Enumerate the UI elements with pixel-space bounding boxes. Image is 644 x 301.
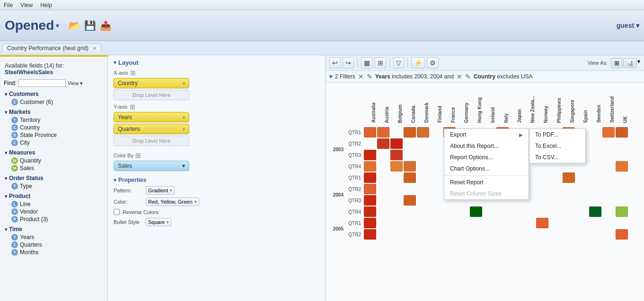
heat-cell[interactable] [602,150,615,160]
heat-cell[interactable] [377,195,389,206]
heat-cell[interactable] [364,229,376,240]
heat-cell[interactable] [430,184,442,194]
field-type[interactable]: T Type [2,182,106,190]
heat-cell[interactable] [430,161,442,172]
heat-cell[interactable] [364,138,376,149]
heat-cell[interactable] [430,195,442,206]
heat-cell[interactable] [523,218,535,228]
y-axis-drop-zone[interactable]: Drop Level Here [114,136,189,146]
heat-cell[interactable] [483,206,495,217]
save-icon[interactable]: 💾 [84,20,96,31]
heat-cell[interactable] [616,218,628,228]
heat-cell[interactable] [616,229,628,240]
heat-cell[interactable] [377,150,389,160]
heat-cell[interactable] [576,184,588,194]
heat-cell[interactable] [457,218,469,228]
heat-cell[interactable] [417,127,429,138]
app-dropdown-arrow[interactable]: ▾ [56,22,59,29]
export-pdf[interactable]: To PDF... [529,129,585,140]
heat-cell[interactable] [417,195,429,206]
user-menu[interactable]: guest ▾ [617,22,639,29]
heat-cell[interactable] [417,229,429,240]
field-years[interactable]: T Years [2,233,106,241]
heat-cell[interactable] [404,138,416,149]
heat-cell[interactable] [404,161,416,172]
heat-cell[interactable] [536,229,548,240]
field-line[interactable]: L Line [2,200,106,208]
heat-cell[interactable] [417,138,429,149]
heat-cell[interactable] [589,229,601,240]
heat-cell[interactable] [536,184,548,194]
grid-view-button[interactable]: ⊞ [611,58,622,68]
field-product[interactable]: P Product (3) [2,215,106,223]
heat-cell[interactable] [616,184,628,194]
heat-cell[interactable] [536,195,548,206]
heat-cell[interactable] [616,172,628,183]
heat-cell[interactable] [589,206,601,217]
heat-cell[interactable] [377,184,389,194]
heat-cell[interactable] [602,184,615,194]
heat-cell[interactable] [602,229,615,240]
heat-cell[interactable] [443,206,456,217]
field-quantity[interactable]: M Quantity [2,157,106,164]
years-pill[interactable]: Years ▾ [114,112,189,122]
heat-cell[interactable] [483,218,495,228]
heat-cell[interactable] [510,229,522,240]
customers-group-header[interactable]: ▾ Customers [2,90,106,98]
heat-cell[interactable] [390,184,403,194]
heat-cell[interactable] [364,172,376,183]
heat-cell[interactable] [576,172,588,183]
heat-cell[interactable] [470,218,482,228]
heat-cell[interactable] [430,206,442,217]
heat-cell[interactable] [602,127,615,138]
heat-cell[interactable] [390,206,403,217]
filters-toggle[interactable]: ▾ [329,73,332,80]
heat-cell[interactable] [404,184,416,194]
field-customer[interactable]: C Customer (6) [2,98,106,106]
heat-cell[interactable] [443,218,456,228]
heat-cell[interactable] [430,150,442,160]
view-dropdown-arrow[interactable]: ▾ [637,58,640,68]
heat-cell[interactable] [430,127,442,138]
heat-cell[interactable] [563,184,575,194]
heat-cell[interactable] [404,206,416,217]
field-city[interactable]: C City [2,139,106,146]
heat-cell[interactable] [549,206,562,217]
menu-file[interactable]: File [4,2,13,9]
heat-cell[interactable] [536,218,548,228]
heat-cell[interactable] [589,150,601,160]
heat-cell[interactable] [390,127,403,138]
heat-cell[interactable] [616,195,628,206]
heat-cell[interactable] [616,206,628,217]
refresh-button[interactable]: ⚡ [411,57,425,69]
chart-view-button[interactable]: 📊 [623,58,636,68]
heat-cell[interactable] [576,195,588,206]
heat-cell[interactable] [616,138,628,149]
layout-header[interactable]: ▾ Layout [114,59,319,66]
tab-close-icon[interactable]: × [93,45,96,51]
find-input[interactable] [18,79,66,87]
field-sales[interactable]: M Sales [2,164,106,172]
heat-cell[interactable] [390,195,403,206]
field-quarters[interactable]: T Quarters [2,241,106,249]
heat-cell[interactable] [404,172,416,183]
heat-cell[interactable] [364,161,376,172]
heat-cell[interactable] [430,218,442,228]
heat-cell[interactable] [602,195,615,206]
heat-cell[interactable] [602,172,615,183]
heat-cell[interactable] [510,206,522,217]
heat-cell[interactable] [404,195,416,206]
export-csv[interactable]: To CSV... [529,152,585,163]
heat-cell[interactable] [563,218,575,228]
heat-cell[interactable] [589,172,601,183]
heat-cell[interactable] [589,195,601,206]
quarters-pill[interactable]: Quarters ▾ [114,124,189,134]
menu-reset-report[interactable]: Reset Report [444,177,529,188]
heat-cell[interactable] [377,138,389,149]
filter-button[interactable]: ▽ [393,57,404,69]
heat-cell[interactable] [616,127,628,138]
redo-button[interactable]: ↪ [343,57,354,69]
field-country[interactable]: C Country [2,124,106,131]
heat-cell[interactable] [549,195,562,206]
heat-cell[interactable] [417,184,429,194]
